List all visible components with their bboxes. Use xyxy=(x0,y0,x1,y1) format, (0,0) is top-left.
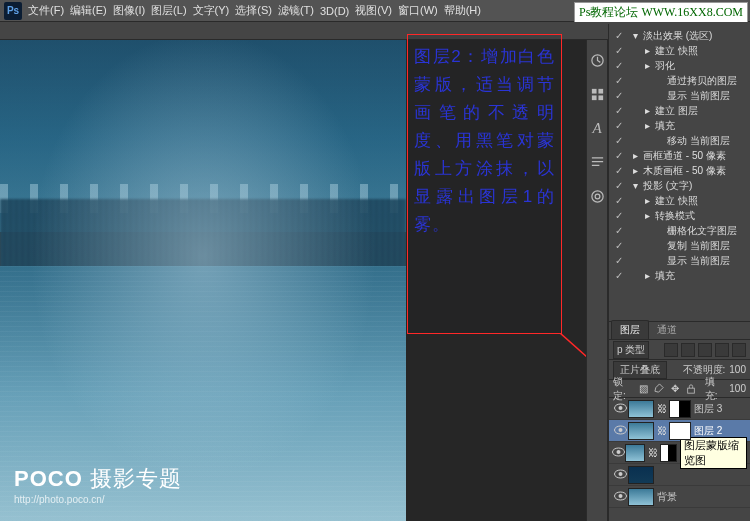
action-enabled-check[interactable]: ✓ xyxy=(611,165,627,176)
menu-select[interactable]: 选择(S) xyxy=(235,3,272,18)
action-row[interactable]: ✓复制 当前图层 xyxy=(611,238,748,253)
lock-pixels-icon[interactable] xyxy=(653,382,665,395)
svg-rect-5 xyxy=(591,95,596,100)
visibility-eye-icon[interactable] xyxy=(612,447,625,459)
layer-mask-thumb[interactable] xyxy=(660,444,677,462)
action-enabled-check[interactable]: ✓ xyxy=(611,180,627,191)
action-row[interactable]: ✓▸转换模式 xyxy=(611,208,748,223)
action-row[interactable]: ✓▸建立 快照 xyxy=(611,43,748,58)
layer-thumb[interactable] xyxy=(628,488,654,506)
layer-list[interactable]: ⛓图层 3⛓图层 2⛓图层蒙版缩览图背景 xyxy=(609,398,750,508)
visibility-eye-icon[interactable] xyxy=(612,469,628,481)
visibility-eye-icon[interactable] xyxy=(612,403,628,415)
tab-channels[interactable]: 通道 xyxy=(649,321,685,339)
svg-point-17 xyxy=(618,472,622,476)
layer-row[interactable]: ⛓图层蒙版缩览图 xyxy=(609,442,750,464)
layer-mask-thumb[interactable] xyxy=(669,422,691,440)
menu-file[interactable]: 文件(F) xyxy=(28,3,64,18)
svg-rect-9 xyxy=(687,388,694,393)
swatches-panel-icon[interactable] xyxy=(589,86,605,102)
action-row[interactable]: ✓▸建立 快照 xyxy=(611,193,748,208)
character-panel-icon[interactable]: A xyxy=(589,120,605,136)
filter-type-icon[interactable] xyxy=(698,343,712,357)
menu-window[interactable]: 窗口(W) xyxy=(398,3,438,18)
layer-row[interactable]: ⛓图层 3 xyxy=(609,398,750,420)
action-enabled-check[interactable]: ✓ xyxy=(611,120,627,131)
action-row[interactable]: ✓栅格化文字图层 xyxy=(611,223,748,238)
action-enabled-check[interactable]: ✓ xyxy=(611,195,627,206)
action-row[interactable]: ✓▸画框通道 - 50 像素 xyxy=(611,148,748,163)
action-enabled-check[interactable]: ✓ xyxy=(611,210,627,221)
layer-thumb[interactable] xyxy=(628,422,654,440)
layer-name[interactable]: 图层 2 xyxy=(694,424,722,438)
action-row[interactable]: ✓显示 当前图层 xyxy=(611,253,748,268)
link-icon[interactable]: ⛓ xyxy=(657,403,667,414)
filter-smart-icon[interactable] xyxy=(732,343,746,357)
action-enabled-check[interactable]: ✓ xyxy=(611,255,627,266)
opacity-value[interactable]: 100 xyxy=(729,364,746,375)
layer-name[interactable]: 背景 xyxy=(657,490,677,504)
layer-kind-select[interactable]: p 类型 xyxy=(613,341,649,359)
action-enabled-check[interactable]: ✓ xyxy=(611,270,627,281)
action-enabled-check[interactable]: ✓ xyxy=(611,150,627,161)
menu-type[interactable]: 文字(Y) xyxy=(193,3,230,18)
action-enabled-check[interactable]: ✓ xyxy=(611,30,627,41)
menu-layer[interactable]: 图层(L) xyxy=(151,3,186,18)
watermark-top: Ps教程论坛 WWW.16XX8.COM xyxy=(574,2,748,23)
action-row[interactable]: ✓▸填充 xyxy=(611,118,748,133)
svg-point-15 xyxy=(617,450,621,454)
visibility-eye-icon[interactable] xyxy=(612,491,628,503)
action-row[interactable]: ✓▸羽化 xyxy=(611,58,748,73)
action-enabled-check[interactable]: ✓ xyxy=(611,225,627,236)
action-enabled-check[interactable]: ✓ xyxy=(611,75,627,86)
link-icon[interactable]: ⛓ xyxy=(657,425,667,436)
layer-thumb[interactable] xyxy=(628,400,654,418)
history-panel-icon[interactable] xyxy=(589,52,605,68)
document-canvas[interactable]: POCO 摄影专题 http://photo.poco.cn/ xyxy=(0,40,406,521)
cc-libraries-icon[interactable] xyxy=(589,188,605,204)
action-enabled-check[interactable]: ✓ xyxy=(611,60,627,71)
fill-label: 填充: xyxy=(705,375,726,403)
action-row[interactable]: ✓▸木质画框 - 50 像素 xyxy=(611,163,748,178)
layer-row[interactable]: 背景 xyxy=(609,486,750,508)
action-row[interactable]: ✓移动 当前图层 xyxy=(611,133,748,148)
filter-shape-icon[interactable] xyxy=(715,343,729,357)
lock-transparency-icon[interactable]: ▧ xyxy=(638,382,650,395)
action-row[interactable]: ✓▸填充 xyxy=(611,268,748,283)
action-enabled-check[interactable]: ✓ xyxy=(611,135,627,146)
svg-rect-3 xyxy=(591,88,596,93)
svg-point-7 xyxy=(591,190,602,201)
svg-point-8 xyxy=(595,194,600,199)
fill-value[interactable]: 100 xyxy=(729,383,746,394)
menu-3d[interactable]: 3D(D) xyxy=(320,5,349,17)
layer-name[interactable]: 图层 3 xyxy=(694,402,722,416)
menu-view[interactable]: 视图(V) xyxy=(355,3,392,18)
menu-edit[interactable]: 编辑(E) xyxy=(70,3,107,18)
menu-help[interactable]: 帮助(H) xyxy=(444,3,481,18)
lock-position-icon[interactable]: ✥ xyxy=(669,382,681,395)
filter-adjust-icon[interactable] xyxy=(681,343,695,357)
menu-image[interactable]: 图像(I) xyxy=(113,3,145,18)
action-row[interactable]: ✓显示 当前图层 xyxy=(611,88,748,103)
visibility-eye-icon[interactable] xyxy=(612,425,628,437)
layer-thumb[interactable] xyxy=(625,444,645,462)
paragraph-panel-icon[interactable] xyxy=(589,154,605,170)
layer-mask-thumb[interactable] xyxy=(669,400,691,418)
action-row[interactable]: ✓▸建立 图层 xyxy=(611,103,748,118)
actions-panel[interactable]: ✓▾淡出效果 (选区)✓▸建立 快照✓▸羽化✓通过拷贝的图层✓显示 当前图层✓▸… xyxy=(609,24,750,324)
action-row[interactable]: ✓▾淡出效果 (选区) xyxy=(611,28,748,43)
layer-thumb[interactable] xyxy=(628,466,654,484)
action-enabled-check[interactable]: ✓ xyxy=(611,105,627,116)
lock-all-icon[interactable] xyxy=(685,382,697,395)
action-enabled-check[interactable]: ✓ xyxy=(611,240,627,251)
wm-brand: POCO xyxy=(14,466,83,491)
action-row[interactable]: ✓▾投影 (文字) xyxy=(611,178,748,193)
watermark-bottom-left: POCO 摄影专题 http://photo.poco.cn/ xyxy=(14,464,182,505)
action-enabled-check[interactable]: ✓ xyxy=(611,45,627,56)
menu-filter[interactable]: 滤镜(T) xyxy=(278,3,314,18)
action-enabled-check[interactable]: ✓ xyxy=(611,90,627,101)
filter-pixel-icon[interactable] xyxy=(664,343,678,357)
link-icon[interactable]: ⛓ xyxy=(648,447,658,458)
tab-layers[interactable]: 图层 xyxy=(611,320,649,339)
action-row[interactable]: ✓通过拷贝的图层 xyxy=(611,73,748,88)
